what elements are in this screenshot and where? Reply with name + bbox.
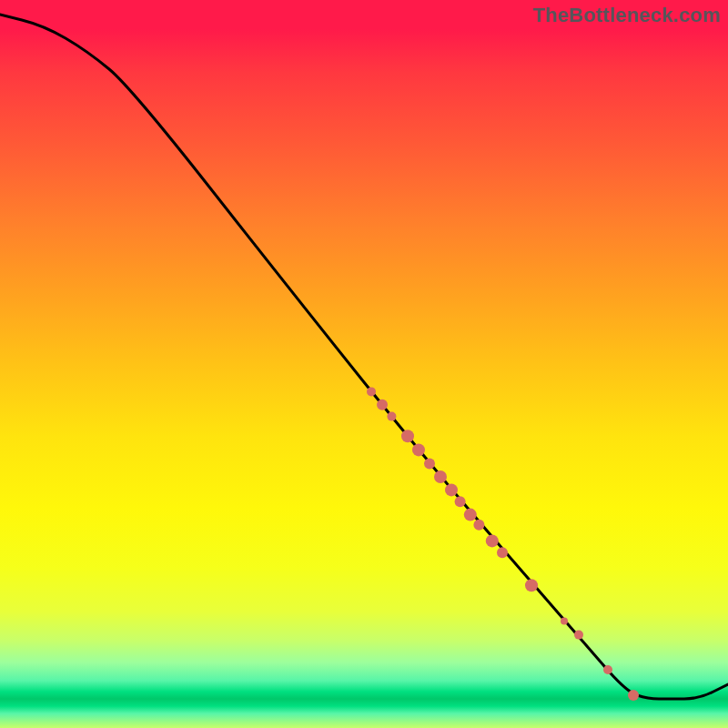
- data-point: [628, 690, 639, 701]
- data-point: [464, 509, 477, 521]
- data-point: [574, 631, 583, 640]
- data-point: [434, 470, 447, 483]
- data-point: [455, 496, 466, 507]
- data-point: [561, 617, 568, 624]
- data-point: [497, 547, 508, 558]
- data-point: [603, 665, 612, 674]
- data-point: [401, 430, 414, 442]
- chart-svg: [0, 0, 728, 728]
- data-point: [486, 534, 499, 547]
- data-point: [387, 412, 396, 421]
- bottleneck-curve: [0, 15, 728, 699]
- data-point: [412, 443, 425, 456]
- data-point: [377, 399, 388, 410]
- data-point: [473, 520, 484, 531]
- data-point: [525, 579, 538, 592]
- data-point: [445, 483, 458, 496]
- data-point: [367, 387, 376, 396]
- data-point: [424, 459, 435, 470]
- data-points-group: [367, 387, 639, 701]
